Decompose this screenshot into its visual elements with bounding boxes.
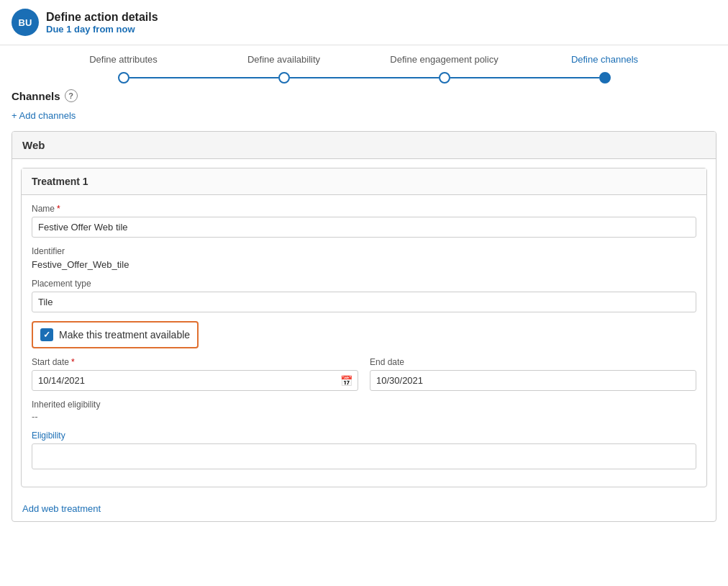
start-date-input-wrapper: 📅: [32, 370, 358, 391]
header-text: Define action details Due 1 day from now: [46, 11, 158, 35]
end-date-label: End date: [370, 357, 696, 367]
placement-type-input[interactable]: [32, 292, 696, 312]
inherited-eligibility-group: Inherited eligibility --: [32, 400, 696, 422]
treatment-body: Name * Identifier Festive_Offer_Web_tile…: [22, 195, 706, 487]
name-field-group: Name *: [32, 204, 696, 238]
channels-help-icon[interactable]: ?: [65, 89, 78, 102]
web-card-header: Web: [12, 132, 716, 159]
start-date-field: Start date * 📅: [32, 357, 358, 391]
identifier-value: Festive_Offer_Web_tile: [32, 259, 696, 270]
add-treatment-link[interactable]: Add web treatment: [12, 496, 111, 521]
end-date-field: End date: [370, 357, 696, 391]
start-date-label: Start date *: [32, 357, 358, 367]
checkmark-icon: ✓: [43, 330, 50, 340]
treatment-header: Treatment 1: [22, 168, 706, 195]
step-define-engagement: Define engagement policy: [364, 54, 524, 84]
avatar: BU: [12, 9, 39, 36]
stepper: Define attributes Define availability De…: [0, 45, 728, 84]
start-date-input[interactable]: [32, 370, 358, 391]
eligibility-group: Eligibility: [32, 431, 696, 469]
make-available-checkbox-row[interactable]: ✓ Make this treatment available: [32, 321, 199, 348]
identifier-label: Identifier: [32, 246, 696, 256]
end-date-input-wrapper: [370, 370, 696, 391]
page-subtitle: Due 1 day from now: [46, 24, 158, 35]
content-area: Channels ? + Add channels Web Treatment …: [0, 84, 728, 544]
date-row: Start date * 📅 End date: [32, 357, 696, 391]
eligibility-label: Eligibility: [32, 431, 696, 441]
step-define-channels: Define channels: [524, 54, 685, 84]
step-define-attributes: Define attributes: [43, 54, 204, 84]
inherited-eligibility-value: --: [32, 411, 696, 422]
make-available-label: Make this treatment available: [59, 329, 190, 341]
add-channels-button[interactable]: + Add channels: [12, 110, 76, 121]
eligibility-input[interactable]: [32, 443, 696, 469]
web-card-body: Treatment 1 Name * Identifier Festive_Of…: [12, 168, 716, 521]
step-dot-1: [118, 72, 129, 84]
step-dot-2: [278, 72, 290, 84]
treatment-card: Treatment 1 Name * Identifier Festive_Of…: [21, 168, 707, 487]
make-available-checkbox[interactable]: ✓: [40, 328, 53, 341]
header: BU Define action details Due 1 day from …: [0, 0, 728, 45]
name-input[interactable]: [32, 217, 696, 238]
channels-section-title: Channels ?: [12, 89, 716, 102]
start-date-required-star: *: [71, 357, 75, 367]
placement-type-label: Placement type: [32, 279, 696, 289]
step-dot-3: [439, 72, 450, 84]
web-card: Web Treatment 1 Name * Iden: [12, 131, 716, 522]
inherited-eligibility-label: Inherited eligibility: [32, 400, 696, 410]
page-title: Define action details: [46, 11, 158, 24]
name-required-star: *: [57, 204, 60, 214]
step-dot-4: [599, 72, 611, 84]
step-define-availability: Define availability: [204, 54, 364, 84]
placement-type-field-group: Placement type: [32, 279, 696, 312]
identifier-field-group: Identifier Festive_Offer_Web_tile: [32, 246, 696, 270]
name-label: Name *: [32, 204, 696, 214]
end-date-input[interactable]: [370, 370, 696, 391]
